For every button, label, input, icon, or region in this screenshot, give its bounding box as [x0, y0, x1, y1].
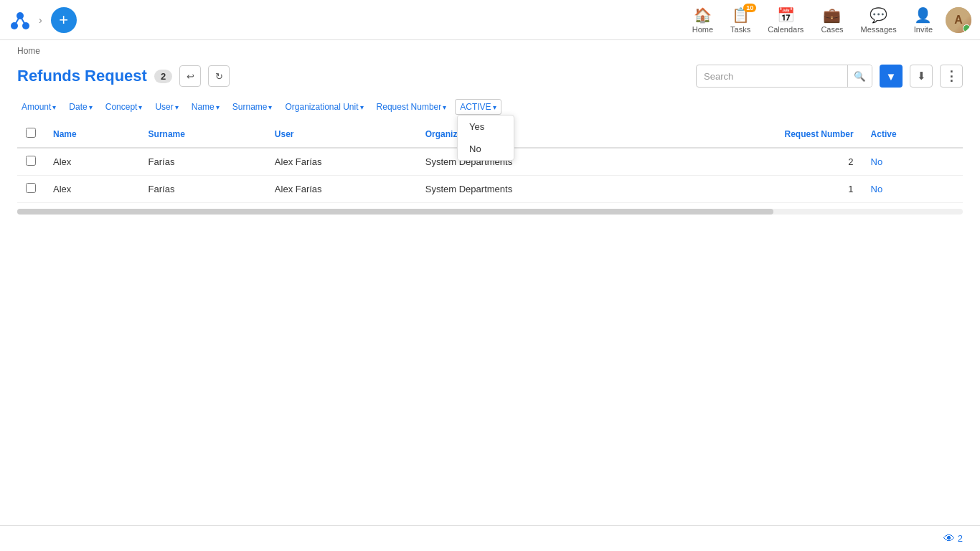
- more-icon: ⋮: [945, 68, 958, 84]
- row1-request-number: 2: [661, 148, 862, 176]
- chevron-name-icon: ▾: [216, 103, 220, 111]
- more-options-button[interactable]: ⋮: [940, 65, 963, 88]
- calendars-icon: 📅: [777, 6, 795, 24]
- nav-label-calendars: Calendars: [768, 25, 804, 34]
- download-button[interactable]: ⬇: [910, 65, 933, 88]
- chevron-concept-icon: ▾: [138, 103, 142, 111]
- header-request-number: Request Number: [661, 121, 862, 148]
- row1-surname: Farías: [140, 148, 266, 176]
- row2-active: No: [862, 176, 963, 203]
- filter-chip-amount[interactable]: Amount ▾: [17, 100, 60, 114]
- header-active: Active: [862, 121, 963, 148]
- filter-chip-user[interactable]: User ▾: [151, 100, 182, 114]
- chevron-surname-icon: ▾: [268, 103, 272, 111]
- user-avatar[interactable]: A: [946, 7, 971, 33]
- select-all-checkbox[interactable]: [26, 128, 36, 138]
- row2-org-unit: System Departments: [417, 176, 661, 203]
- chevron-date-icon: ▾: [89, 103, 93, 111]
- row1-active-value: No: [871, 156, 883, 167]
- nav-item-home[interactable]: 🏠 Home: [685, 4, 720, 37]
- chevron-org-unit-icon: ▾: [360, 103, 364, 111]
- refresh-icon: ↻: [215, 71, 223, 82]
- tasks-badge: 10: [743, 4, 756, 12]
- nav-label-home: Home: [692, 25, 713, 34]
- search-box: 🔍: [696, 65, 872, 88]
- dropdown-item-yes[interactable]: Yes: [458, 116, 514, 138]
- nav-label-invite: Invite: [914, 25, 933, 34]
- filter-label-concept: Concept: [105, 102, 138, 112]
- row2-name: Alex: [44, 176, 140, 203]
- row2-surname: Farías: [140, 176, 266, 203]
- nav-label-messages: Messages: [861, 25, 897, 34]
- row2-checkbox-cell: [17, 176, 44, 203]
- dropdown-item-no[interactable]: No: [458, 138, 514, 160]
- row2-checkbox[interactable]: [26, 183, 36, 193]
- top-navigation: › + 🏠 Home 10 📋 Tasks 📅 Calendars 💼 Case…: [0, 0, 980, 40]
- filter-label-date: Date: [69, 102, 87, 112]
- breadcrumb-text: Home: [17, 46, 40, 56]
- table-row: Alex Farías Alex Farías System Departmen…: [17, 176, 963, 203]
- page-header: Refunds Request 2 ↩ ↻ 🔍 ▼ ⬇ ⋮: [0, 59, 980, 96]
- filter-chip-name[interactable]: Name ▾: [187, 100, 224, 114]
- search-input[interactable]: [697, 71, 847, 82]
- horizontal-scrollbar[interactable]: [17, 209, 963, 215]
- filter-chip-date[interactable]: Date ▾: [65, 100, 96, 114]
- add-button[interactable]: +: [51, 7, 77, 33]
- search-button[interactable]: 🔍: [847, 65, 872, 87]
- filter-chip-concept[interactable]: Concept ▾: [101, 100, 147, 114]
- row1-user: Alex Farías: [266, 148, 417, 176]
- filter-label-active: ACTIVE: [460, 102, 491, 112]
- row2-active-value: No: [871, 184, 883, 194]
- nav-item-messages[interactable]: 💬 Messages: [854, 4, 904, 37]
- row2-request-number: 1: [661, 176, 862, 203]
- nav-item-calendars[interactable]: 📅 Calendars: [760, 4, 811, 37]
- filter-label-name: Name: [192, 102, 215, 112]
- record-count: 2: [154, 70, 172, 83]
- logo-icon[interactable]: [9, 9, 32, 32]
- header-org-unit: Organizational Unit: [417, 121, 661, 148]
- row1-checkbox[interactable]: [26, 156, 36, 166]
- chevron-active-icon: ▾: [493, 103, 496, 111]
- refresh-button[interactable]: ↻: [208, 65, 230, 87]
- row1-active: No: [862, 148, 963, 176]
- filter-label-org-unit: Organizational Unit: [285, 102, 358, 112]
- row2-user: Alex Farías: [266, 176, 417, 203]
- avatar-face: A: [946, 7, 971, 33]
- nav-item-tasks[interactable]: 10 📋 Tasks: [723, 4, 758, 37]
- scrollbar-thumb[interactable]: [17, 209, 773, 215]
- filter-chip-active[interactable]: ACTIVE ▾: [455, 99, 501, 115]
- header-surname: Surname: [140, 121, 266, 148]
- logo-area: ›: [9, 9, 45, 32]
- nav-items: 🏠 Home 10 📋 Tasks 📅 Calendars 💼 Cases 💬 …: [685, 4, 940, 37]
- filter-chip-org-unit[interactable]: Organizational Unit ▾: [281, 100, 367, 114]
- filter-button[interactable]: ▼: [880, 65, 903, 88]
- filter-label-surname: Surname: [232, 102, 268, 112]
- back-icon: ↩: [187, 71, 194, 82]
- nav-chevron-icon[interactable]: ›: [36, 14, 45, 26]
- chevron-amount-icon: ▾: [52, 103, 56, 111]
- search-icon: 🔍: [854, 71, 866, 82]
- dropdown-no-label: No: [469, 143, 481, 154]
- nav-item-invite[interactable]: 👤 Invite: [907, 4, 940, 37]
- active-dropdown: Yes No: [457, 115, 514, 161]
- filter-icon: ▼: [886, 70, 897, 83]
- nav-label-cases: Cases: [821, 25, 843, 34]
- page-title: Refunds Request: [17, 67, 147, 85]
- header-user: User: [266, 121, 417, 148]
- row1-org-unit: System Departments: [417, 148, 661, 176]
- nav-label-tasks: Tasks: [730, 25, 750, 34]
- filter-label-request-number: Request Number: [377, 102, 442, 112]
- invite-icon: 👤: [914, 6, 932, 24]
- filter-chip-request-number[interactable]: Request Number ▾: [372, 100, 451, 114]
- filter-label-amount: Amount: [22, 102, 51, 112]
- filter-label-user: User: [155, 102, 173, 112]
- plus-icon: +: [59, 12, 68, 28]
- nav-item-cases[interactable]: 💼 Cases: [814, 4, 850, 37]
- home-icon: 🏠: [694, 6, 712, 24]
- messages-icon: 💬: [870, 6, 887, 24]
- cases-icon: 💼: [823, 6, 841, 24]
- chevron-request-number-icon: ▾: [443, 103, 446, 111]
- back-button[interactable]: ↩: [179, 65, 201, 87]
- dropdown-yes-label: Yes: [469, 121, 484, 132]
- filter-chip-surname[interactable]: Surname ▾: [228, 100, 277, 114]
